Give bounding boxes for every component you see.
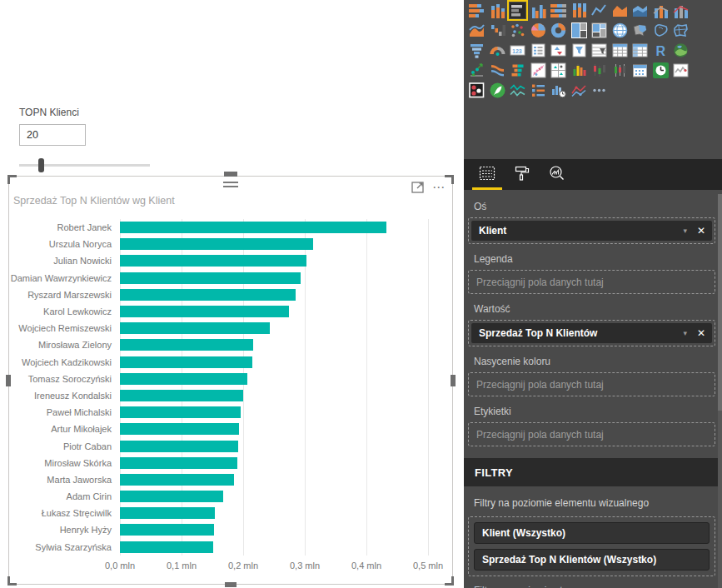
filter-pill[interactable]: Sprzedaż Top N Klientów (Wszystko): [474, 549, 710, 571]
tornado-chart-icon[interactable]: [510, 62, 525, 78]
chevron-down-icon[interactable]: ▾: [683, 329, 687, 337]
filled-map-icon[interactable]: [632, 22, 648, 38]
box-and-whisker-icon[interactable]: [571, 62, 587, 78]
resize-corner-top-left[interactable]: [7, 175, 17, 184]
checklist-visual-icon[interactable]: [530, 82, 546, 98]
filtered-table-icon[interactable]: [591, 42, 607, 58]
more-options-icon[interactable]: ⋯: [432, 183, 446, 192]
line-dot-chart-icon[interactable]: [571, 82, 587, 98]
time-visual-icon[interactable]: [653, 62, 669, 78]
fields-tab[interactable]: [472, 159, 502, 190]
empty-field-well[interactable]: Przeciągnij pola danych tutaj: [468, 422, 715, 446]
bar[interactable]: [120, 339, 253, 351]
pane-scrollbar-thumb[interactable]: [718, 194, 722, 411]
bar[interactable]: [120, 322, 270, 334]
slicer-icon[interactable]: [571, 42, 587, 58]
bar[interactable]: [120, 255, 306, 267]
empty-field-well[interactable]: Przeciągnij pola danych tutaj: [468, 270, 715, 294]
empty-field-well[interactable]: Przeciągnij pola danych tutaj: [468, 372, 715, 396]
100-stacked-column-chart-icon[interactable]: [571, 2, 587, 18]
bar[interactable]: [120, 272, 301, 284]
slicer-slider[interactable]: [19, 158, 150, 173]
matrix-icon[interactable]: [632, 42, 648, 58]
clustered-bar-chart-icon[interactable]: [510, 2, 525, 18]
line-and-clustered-column-chart-icon[interactable]: [673, 2, 689, 18]
card-icon[interactable]: 123: [510, 42, 525, 58]
resize-corner-bottom-right[interactable]: [445, 576, 454, 586]
visual-level-filters-dropzone[interactable]: Klient (Wszystko)Sprzedaż Top N Klientów…: [468, 516, 715, 576]
power-kpi-visual-icon[interactable]: [490, 82, 505, 98]
drag-grip-handle[interactable]: [224, 172, 237, 177]
grip-icon[interactable]: [223, 182, 238, 190]
bar[interactable]: [120, 541, 213, 553]
correlation-plot-icon[interactable]: [530, 62, 546, 78]
bar[interactable]: [120, 373, 247, 385]
remove-field-icon[interactable]: ✕: [697, 226, 705, 236]
dot-matrix-visual-icon[interactable]: [469, 82, 485, 98]
ribbon-chart-icon[interactable]: [469, 22, 485, 38]
bar[interactable]: [120, 238, 313, 250]
line-and-stacked-column-chart-icon[interactable]: [653, 2, 669, 18]
bar-chart-visual[interactable]: ⋯ Sprzedaż Top N Klientów wg Klient Robe…: [8, 176, 453, 585]
stacked-area-chart-icon[interactable]: [632, 2, 648, 18]
slider-handle[interactable]: [38, 158, 44, 172]
resize-handle-bottom[interactable]: [225, 582, 237, 587]
dot-plot-icon[interactable]: [469, 62, 485, 78]
funnel-chart-icon[interactable]: [469, 42, 485, 58]
bar[interactable]: [120, 507, 215, 519]
pie-chart-icon[interactable]: [530, 22, 546, 38]
focus-mode-icon[interactable]: [411, 181, 425, 193]
sparklines-visual-icon[interactable]: [510, 82, 525, 98]
resize-corner-bottom-left[interactable]: [7, 576, 17, 586]
bar[interactable]: [120, 406, 241, 418]
sankey-diagram-icon[interactable]: [490, 62, 505, 78]
kpi-icon[interactable]: [550, 42, 566, 58]
slicer-value-input[interactable]: 20: [19, 124, 86, 146]
calendar-visual-icon[interactable]: [632, 62, 648, 78]
chevron-down-icon[interactable]: ▾: [683, 227, 687, 235]
stacked-column-chart-icon[interactable]: [490, 2, 505, 18]
bar[interactable]: [120, 356, 252, 368]
field-pill[interactable]: Klient▾✕: [471, 221, 712, 241]
line-chart-icon[interactable]: [591, 2, 607, 18]
shape-map-alt-icon[interactable]: [673, 22, 689, 38]
bar[interactable]: [120, 390, 243, 401]
scatter-chart-icon[interactable]: [510, 22, 525, 38]
multi-row-card-icon[interactable]: [530, 42, 546, 58]
bar[interactable]: [120, 423, 239, 435]
more-visuals-ellipsis[interactable]: [591, 82, 607, 98]
resize-corner-top-right[interactable]: [445, 175, 454, 184]
100-stacked-bar-chart-icon[interactable]: [550, 2, 566, 18]
field-well[interactable]: Klient▾✕: [468, 217, 715, 244]
analytics-tab[interactable]: [542, 159, 572, 190]
waterfall-chart-icon[interactable]: [490, 22, 505, 38]
topn-slicer-visual[interactable]: TOPN Klienci 20: [19, 107, 186, 173]
bar[interactable]: [120, 474, 234, 486]
table-icon[interactable]: [612, 42, 628, 58]
bar[interactable]: [120, 441, 238, 452]
histogram-clock-visual-icon[interactable]: [550, 82, 566, 98]
shape-map-icon[interactable]: [653, 22, 669, 38]
stock-chart-icon[interactable]: [591, 62, 607, 78]
bar[interactable]: [120, 457, 237, 469]
field-pill[interactable]: Sprzedaż Top N Klientów▾✕: [471, 323, 712, 343]
remove-field-icon[interactable]: ✕: [697, 328, 705, 338]
r-script-visual-icon[interactable]: R: [653, 42, 669, 58]
donut-chart-icon[interactable]: [550, 22, 566, 38]
area-chart-icon[interactable]: [612, 2, 628, 18]
bar[interactable]: [120, 524, 214, 536]
map-icon[interactable]: [612, 22, 628, 38]
field-well[interactable]: Sprzedaż Top N Klientów▾✕: [468, 320, 715, 346]
clustered-column-chart-icon[interactable]: [530, 2, 546, 18]
bar[interactable]: [120, 222, 386, 233]
format-tab[interactable]: [507, 159, 537, 190]
stacked-bar-chart-icon[interactable]: [469, 2, 485, 18]
filter-pill[interactable]: Klient (Wszystko): [474, 522, 710, 544]
pane-scrollbar[interactable]: [718, 194, 722, 588]
quadrant-chart-icon[interactable]: [550, 62, 566, 78]
tile-grid-icon[interactable]: [591, 22, 607, 38]
bar[interactable]: [120, 289, 296, 301]
arcgis-map-icon[interactable]: [673, 42, 689, 58]
sparkline-chart-icon[interactable]: [673, 62, 689, 78]
bar[interactable]: [120, 306, 289, 317]
